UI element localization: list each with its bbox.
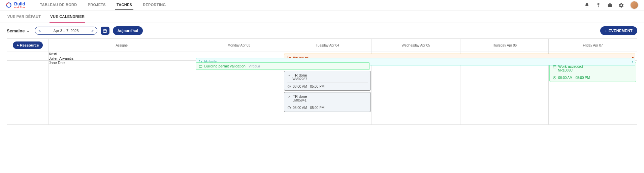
assignee-name: Jane Doe [49,61,195,125]
date-range: Apr 3 – 7, 2023 [44,29,88,33]
clock-icon [287,84,291,88]
briefcase-icon[interactable] [607,2,612,8]
resource-cell[interactable] [7,52,49,56]
logo-icon [5,2,12,8]
header-tue: Tuesday Apr 04 [283,39,372,52]
add-event-button[interactable]: + ÉVÈNEMENT [600,26,637,35]
day-cell[interactable] [372,61,460,125]
today-button[interactable]: Aujourd'hui [113,26,143,35]
day-cell[interactable] [460,56,549,61]
event-bar-permit[interactable]: Building permit validation Viroqua [196,62,370,70]
resource-cell[interactable] [7,61,49,125]
avatar[interactable] [630,1,639,9]
day-cell[interactable] [460,61,549,125]
antenna-icon[interactable] [595,2,601,8]
header-mon: Monday Apr 03 [195,39,283,52]
check-icon [287,94,291,98]
clock-icon [552,76,556,80]
header-fri: Friday Apr 07 [549,39,637,52]
event-ref: NR1086C [552,68,633,72]
day-cell[interactable] [283,56,372,61]
event-location: Viroqua [249,64,260,68]
chevron-down-icon: ⌄ [27,29,29,33]
assignee-name: Kristi [49,52,195,56]
day-cell[interactable] [372,52,460,56]
table-row: Kristi Vacances [7,52,637,56]
table-row: Jane Doe Building permit validation Viro… [7,61,637,125]
day-cell[interactable] [195,52,283,56]
event-title: TR done [293,94,307,98]
date-navigator: < Apr 3 – 7, 2023 > [35,27,97,35]
view-selector[interactable]: Semaine ⌄ [7,28,29,33]
calendar-picker-button[interactable] [101,27,109,35]
nav-tasks[interactable]: TACHES [115,0,133,10]
prev-week-button[interactable]: < [35,27,44,34]
subtab-default[interactable]: VUE PAR DÉFAUT [7,15,41,23]
day-cell[interactable]: Vacances [283,52,372,56]
next-week-button[interactable]: > [88,27,97,34]
header-thu: Thursday Apr 06 [460,39,549,52]
nav-reporting[interactable]: REPORTING [141,0,167,10]
add-resource-button[interactable]: + Ressource [13,41,43,49]
subtab-calendar[interactable]: VUE CALENDRIER [50,15,85,23]
view-label: Semaine [7,28,25,33]
event-card[interactable]: TR done LM05941 08:00 AM - 05:00 PM [284,92,371,112]
svg-rect-3 [199,65,202,67]
calendar-icon [199,64,203,68]
day-cell[interactable]: Building permit validation Viroqua [195,61,283,125]
table-row: Julien Arvanitis Maladie [7,56,637,61]
day-cell[interactable]: Maladie [195,56,283,61]
event-card[interactable]: TR done WV02287 08:00 AM - 05:00 PM [284,71,371,91]
check-icon [287,73,291,77]
calendar-grid: + Ressource Assigné Monday Apr 03 Tuesda… [7,38,637,125]
day-cell[interactable] [460,52,549,56]
svg-rect-2 [103,29,107,32]
day-cell[interactable]: TR done WV02287 08:00 AM - 05:00 PM TR d… [283,61,372,125]
svg-rect-6 [553,65,556,68]
event-title: TR done [293,73,307,77]
header-wed: Wednesday Apr 05 [372,39,460,52]
day-cell[interactable] [549,56,637,61]
event-time: 08:00 AM - 05:00 PM [558,76,590,80]
header-resource: + Ressource [7,39,49,52]
day-cell[interactable] [372,56,460,61]
event-ref: WV02287 [287,77,368,81]
app-logo[interactable]: Build and Run [5,2,25,9]
plus-icon: + [605,29,607,33]
day-cell[interactable]: Work accepted NR1086C 08:00 AM - 05:00 P… [549,61,637,125]
main-nav: TABLEAU DE BORD PROJETS TACHES REPORTING [39,0,167,10]
event-time: 08:00 AM - 05:00 PM [293,85,324,88]
header-assignee: Assigné [49,39,195,52]
event-ref: LM05941 [287,98,368,102]
event-time: 08:00 AM - 05:00 PM [293,106,324,110]
gear-icon[interactable] [618,2,624,8]
nav-projects[interactable]: PROJETS [87,0,107,10]
bell-icon[interactable] [584,2,589,8]
resource-cell[interactable] [7,56,49,61]
clock-icon [287,106,291,110]
logo-text: Build [14,2,25,6]
svg-rect-1 [608,4,611,7]
nav-dashboard[interactable]: TABLEAU DE BORD [39,0,78,10]
event-label: Building permit validation [204,64,246,68]
logo-subtext: and Run [14,6,25,9]
assignee-name: Julien Arvanitis [49,56,195,61]
add-event-label: ÉVÈNEMENT [609,29,633,33]
day-cell[interactable] [549,52,637,56]
